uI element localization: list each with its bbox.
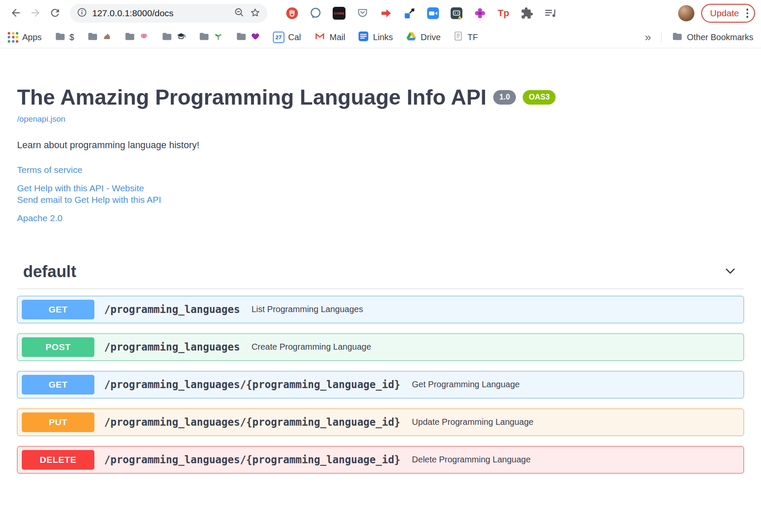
bookmark-drive[interactable]: Drive bbox=[406, 31, 441, 44]
media-queue-icon[interactable] bbox=[544, 6, 557, 20]
endpoint-summary: Update Programming Language bbox=[412, 417, 534, 427]
other-bookmarks-button[interactable]: Other Bookmarks bbox=[672, 31, 753, 44]
method-badge: POST bbox=[22, 337, 94, 357]
folder-icon bbox=[199, 31, 210, 44]
chat-bubble-extension-icon[interactable] bbox=[309, 6, 322, 20]
bookmark-folder-heart[interactable] bbox=[236, 31, 260, 44]
text-prep-extension-icon[interactable]: Tp bbox=[497, 6, 510, 20]
bookmark-folder-brain[interactable] bbox=[124, 31, 149, 44]
endpoint-summary: Delete Programming Language bbox=[412, 455, 531, 465]
collapse-section-button[interactable] bbox=[723, 263, 738, 280]
method-badge: DELETE bbox=[22, 450, 94, 470]
chevron-down-icon bbox=[723, 263, 738, 280]
bookmark-label: Apps bbox=[22, 32, 42, 42]
folder-icon bbox=[87, 31, 98, 44]
document-icon bbox=[454, 31, 464, 44]
zoom-icon[interactable] bbox=[234, 7, 245, 20]
video-camera-extension-icon[interactable] bbox=[426, 6, 440, 20]
method-badge: PUT bbox=[22, 412, 94, 432]
hand-blocker-extension-icon[interactable] bbox=[285, 6, 299, 20]
page-title: The Amazing Programming Language Info AP… bbox=[17, 86, 744, 109]
bookmark-links[interactable]: Links bbox=[358, 31, 393, 44]
api-description: Learn about programming language history… bbox=[17, 140, 744, 151]
bookmarks-overflow-button[interactable]: » bbox=[645, 31, 651, 44]
openapi-json-link[interactable]: /openapi.json bbox=[17, 114, 65, 124]
bookmark-folder-herb[interactable] bbox=[199, 31, 223, 44]
folder-icon bbox=[161, 31, 173, 44]
endpoint-path: /programming_languages/{programming_lang… bbox=[104, 416, 401, 428]
bookmark-folder-dollar[interactable]: $ bbox=[55, 31, 74, 44]
website-help-link[interactable]: Get Help with this API - Website bbox=[17, 182, 744, 194]
toolbar-right: Update bbox=[678, 4, 755, 23]
bookmark-tf[interactable]: TF bbox=[454, 31, 478, 44]
brain-icon bbox=[139, 32, 149, 43]
endpoint-row-delete[interactable]: DELETE /programming_languages/{programmi… bbox=[17, 446, 744, 474]
folder-icon bbox=[236, 31, 247, 44]
endpoint-summary: Create Programming Language bbox=[252, 342, 371, 352]
version-badge: 1.0 bbox=[493, 90, 516, 105]
api-info-block: The Amazing Programming Language Info AP… bbox=[17, 86, 744, 224]
tag-section-header[interactable]: default bbox=[17, 263, 744, 289]
tp-label: Tp bbox=[498, 8, 509, 19]
folder-icon bbox=[55, 31, 66, 44]
endpoint-row-get-single[interactable]: GET /programming_languages/{programming_… bbox=[17, 371, 744, 398]
bookmark-folder-graduation[interactable] bbox=[161, 31, 186, 44]
apps-grid-icon bbox=[8, 32, 18, 43]
bookmarks-divider bbox=[661, 31, 661, 43]
purple-heart-icon bbox=[251, 32, 260, 43]
bookmark-apps[interactable]: Apps bbox=[8, 32, 42, 43]
operations-list: GET /programming_languages List Programm… bbox=[17, 289, 744, 474]
color-picker-extension-icon[interactable] bbox=[403, 6, 416, 20]
endpoint-row-get-list[interactable]: GET /programming_languages List Programm… bbox=[17, 296, 744, 323]
back-arrow-icon bbox=[10, 7, 22, 20]
menu-kebab-icon[interactable] bbox=[745, 7, 750, 20]
bookmark-mail[interactable]: Mail bbox=[314, 31, 345, 44]
robot-warning-extension-icon[interactable] bbox=[450, 6, 463, 20]
endpoint-path: /programming_languages/{programming_lang… bbox=[104, 379, 401, 391]
oas3-badge: OAS3 bbox=[523, 90, 556, 105]
extensions-puzzle-icon[interactable] bbox=[520, 6, 534, 20]
bookmark-label: Other Bookmarks bbox=[687, 32, 753, 42]
bookmarks-bar: Apps $ 27 Cal bbox=[0, 26, 761, 48]
email-help-link[interactable]: Send email to Get Help with this API bbox=[17, 194, 744, 206]
endpoint-path: /programming_languages bbox=[104, 304, 240, 316]
bookmark-label: Cal bbox=[288, 32, 301, 42]
update-label: Update bbox=[710, 8, 739, 18]
swagger-ui: The Amazing Programming Language Info AP… bbox=[0, 48, 761, 474]
bookmark-label: Drive bbox=[421, 32, 441, 42]
endpoint-summary: List Programming Languages bbox=[252, 304, 363, 314]
url-text[interactable]: 127.0.0.1:8000/docs bbox=[92, 8, 229, 18]
bookmark-label: Mail bbox=[330, 32, 345, 42]
update-button[interactable]: Update bbox=[701, 4, 755, 23]
bookmarks-right: » Other Bookmarks bbox=[645, 31, 753, 44]
tag-name: default bbox=[23, 263, 76, 281]
api-links: Terms of service Get Help with this API … bbox=[17, 164, 744, 224]
drive-triangle-icon bbox=[406, 31, 417, 44]
bookmark-star-icon[interactable] bbox=[249, 7, 261, 20]
calendar-icon: 27 bbox=[273, 32, 284, 43]
graduation-cap-icon bbox=[176, 32, 186, 43]
gmail-icon bbox=[314, 31, 326, 44]
endpoint-row-post-create[interactable]: POST /programming_languages Create Progr… bbox=[17, 333, 744, 361]
flower-extension-icon[interactable] bbox=[473, 6, 487, 20]
bookmark-label: TF bbox=[468, 32, 478, 42]
reload-button[interactable] bbox=[45, 3, 65, 23]
address-bar[interactable]: 127.0.0.1:8000/docs bbox=[70, 4, 267, 23]
tag-section: default GET /programming_languages List … bbox=[17, 263, 744, 474]
endpoint-row-put-update[interactable]: PUT /programming_languages/{programming_… bbox=[17, 409, 744, 436]
back-button[interactable] bbox=[6, 3, 26, 23]
bookmark-label: $ bbox=[70, 32, 74, 42]
bookmark-folder-horse[interactable] bbox=[87, 31, 111, 44]
browser-chrome: 127.0.0.1:8000/docs CORS bbox=[0, 0, 761, 48]
site-info-icon[interactable] bbox=[76, 7, 88, 20]
forward-button[interactable] bbox=[26, 3, 45, 23]
pocket-extension-icon[interactable] bbox=[356, 6, 369, 20]
terms-of-service-link[interactable]: Terms of service bbox=[17, 164, 744, 176]
endpoint-path: /programming_languages bbox=[104, 341, 240, 353]
license-link[interactable]: Apache 2.0 bbox=[17, 212, 744, 224]
bookmark-calendar[interactable]: 27 Cal bbox=[273, 32, 301, 43]
profile-avatar[interactable] bbox=[678, 5, 694, 21]
api-title-text: The Amazing Programming Language Info AP… bbox=[17, 86, 486, 109]
cors-extension-icon[interactable]: CORS bbox=[332, 6, 346, 20]
share-arrow-extension-icon[interactable] bbox=[379, 6, 393, 20]
